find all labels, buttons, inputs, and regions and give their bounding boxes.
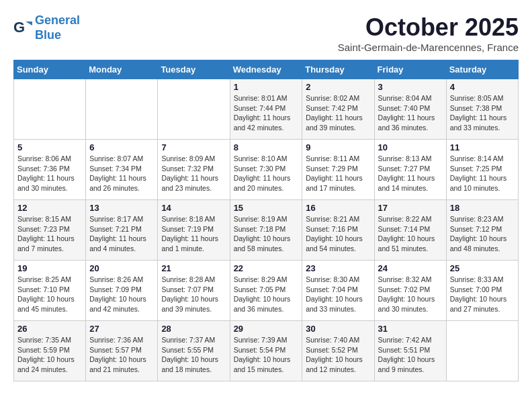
day-info: Sunrise: 8:23 AMSunset: 7:12 PMDaylight:… <box>450 214 515 254</box>
day-info: Sunrise: 7:42 AMSunset: 5:51 PMDaylight:… <box>378 335 443 375</box>
day-number: 30 <box>306 324 370 334</box>
day-info: Sunrise: 7:40 AMSunset: 5:52 PMDaylight:… <box>306 335 370 375</box>
day-number: 17 <box>378 203 443 213</box>
calendar-cell: 18Sunrise: 8:23 AMSunset: 7:12 PMDayligh… <box>446 200 518 261</box>
week-row-5: 26Sunrise: 7:35 AMSunset: 5:59 PMDayligh… <box>14 321 519 381</box>
weekday-header-row: SundayMondayTuesdayWednesdayThursdayFrid… <box>14 60 519 79</box>
day-info: Sunrise: 8:04 AMSunset: 7:40 PMDaylight:… <box>378 93 443 133</box>
logo: G General Blue <box>13 13 80 42</box>
day-info: Sunrise: 7:36 AMSunset: 5:57 PMDaylight:… <box>89 335 154 375</box>
day-number: 2 <box>306 82 370 92</box>
calendar-cell: 9Sunrise: 8:11 AMSunset: 7:29 PMDaylight… <box>302 140 374 200</box>
calendar-cell: 24Sunrise: 8:32 AMSunset: 7:02 PMDayligh… <box>374 261 446 321</box>
day-number: 20 <box>89 263 154 273</box>
day-number: 9 <box>306 142 370 152</box>
day-number: 15 <box>234 203 299 213</box>
calendar-cell: 11Sunrise: 8:14 AMSunset: 7:25 PMDayligh… <box>446 140 518 200</box>
day-number: 11 <box>450 142 515 152</box>
calendar-cell: 5Sunrise: 8:06 AMSunset: 7:36 PMDaylight… <box>14 140 86 200</box>
day-info: Sunrise: 8:33 AMSunset: 7:00 PMDaylight:… <box>450 275 515 314</box>
day-info: Sunrise: 8:22 AMSunset: 7:14 PMDaylight:… <box>378 214 443 254</box>
day-info: Sunrise: 8:18 AMSunset: 7:19 PMDaylight:… <box>161 214 226 254</box>
day-number: 21 <box>161 263 226 273</box>
weekday-header-tuesday: Tuesday <box>158 60 230 79</box>
calendar-cell: 12Sunrise: 8:15 AMSunset: 7:23 PMDayligh… <box>14 200 86 261</box>
calendar-cell: 26Sunrise: 7:35 AMSunset: 5:59 PMDayligh… <box>14 321 86 381</box>
calendar-cell <box>446 321 518 381</box>
day-info: Sunrise: 8:32 AMSunset: 7:02 PMDaylight:… <box>378 275 443 314</box>
day-number: 16 <box>306 203 370 213</box>
day-info: Sunrise: 8:09 AMSunset: 7:32 PMDaylight:… <box>161 154 226 193</box>
calendar-table: SundayMondayTuesdayWednesdayThursdayFrid… <box>13 60 519 381</box>
day-info: Sunrise: 8:30 AMSunset: 7:04 PMDaylight:… <box>306 275 370 314</box>
day-number: 10 <box>378 142 443 152</box>
week-row-2: 5Sunrise: 8:06 AMSunset: 7:36 PMDaylight… <box>14 140 519 200</box>
day-number: 24 <box>378 263 443 273</box>
weekday-header-thursday: Thursday <box>302 60 374 79</box>
day-number: 14 <box>161 203 226 213</box>
day-info: Sunrise: 8:17 AMSunset: 7:21 PMDaylight:… <box>89 214 154 254</box>
logo-line2: Blue <box>35 28 61 42</box>
location: Saint-Germain-de-Marencennes, France <box>338 42 519 53</box>
day-info: Sunrise: 8:11 AMSunset: 7:29 PMDaylight:… <box>306 154 370 193</box>
day-info: Sunrise: 7:39 AMSunset: 5:54 PMDaylight:… <box>234 335 299 375</box>
day-info: Sunrise: 7:35 AMSunset: 5:59 PMDaylight:… <box>17 335 82 375</box>
day-number: 19 <box>17 263 82 273</box>
page-header: G General Blue October 2025 Saint-Germai… <box>13 13 519 53</box>
day-number: 22 <box>234 263 299 273</box>
day-info: Sunrise: 8:15 AMSunset: 7:23 PMDaylight:… <box>17 214 82 254</box>
weekday-header-friday: Friday <box>374 60 446 79</box>
calendar-cell: 13Sunrise: 8:17 AMSunset: 7:21 PMDayligh… <box>86 200 158 261</box>
weekday-header-sunday: Sunday <box>14 60 86 79</box>
day-number: 27 <box>89 324 154 334</box>
day-info: Sunrise: 8:29 AMSunset: 7:05 PMDaylight:… <box>234 275 299 314</box>
day-info: Sunrise: 8:10 AMSunset: 7:30 PMDaylight:… <box>234 154 299 193</box>
calendar-cell: 21Sunrise: 8:28 AMSunset: 7:07 PMDayligh… <box>158 261 230 321</box>
day-info: Sunrise: 8:01 AMSunset: 7:44 PMDaylight:… <box>234 93 299 133</box>
calendar-cell: 8Sunrise: 8:10 AMSunset: 7:30 PMDaylight… <box>230 140 302 200</box>
calendar-cell: 20Sunrise: 8:26 AMSunset: 7:09 PMDayligh… <box>86 261 158 321</box>
day-number: 28 <box>161 324 226 334</box>
calendar-cell: 1Sunrise: 8:01 AMSunset: 7:44 PMDaylight… <box>230 79 302 140</box>
day-info: Sunrise: 7:37 AMSunset: 5:55 PMDaylight:… <box>161 335 226 375</box>
day-info: Sunrise: 8:26 AMSunset: 7:09 PMDaylight:… <box>89 275 154 314</box>
weekday-header-saturday: Saturday <box>446 60 518 79</box>
calendar-cell: 3Sunrise: 8:04 AMSunset: 7:40 PMDaylight… <box>374 79 446 140</box>
day-number: 3 <box>378 82 443 92</box>
day-number: 25 <box>450 263 515 273</box>
calendar-cell: 17Sunrise: 8:22 AMSunset: 7:14 PMDayligh… <box>374 200 446 261</box>
day-number: 5 <box>17 142 82 152</box>
calendar-cell: 10Sunrise: 8:13 AMSunset: 7:27 PMDayligh… <box>374 140 446 200</box>
svg-text:G: G <box>13 19 25 36</box>
weekday-header-monday: Monday <box>86 60 158 79</box>
day-info: Sunrise: 8:05 AMSunset: 7:38 PMDaylight:… <box>450 93 515 133</box>
day-number: 6 <box>89 142 154 152</box>
calendar-cell: 22Sunrise: 8:29 AMSunset: 7:05 PMDayligh… <box>230 261 302 321</box>
calendar-cell: 27Sunrise: 7:36 AMSunset: 5:57 PMDayligh… <box>86 321 158 381</box>
day-number: 1 <box>234 82 299 92</box>
week-row-4: 19Sunrise: 8:25 AMSunset: 7:10 PMDayligh… <box>14 261 519 321</box>
day-info: Sunrise: 8:25 AMSunset: 7:10 PMDaylight:… <box>17 275 82 314</box>
day-info: Sunrise: 8:06 AMSunset: 7:36 PMDaylight:… <box>17 154 82 193</box>
day-number: 7 <box>161 142 226 152</box>
calendar-cell: 2Sunrise: 8:02 AMSunset: 7:42 PMDaylight… <box>302 79 374 140</box>
calendar-cell: 16Sunrise: 8:21 AMSunset: 7:16 PMDayligh… <box>302 200 374 261</box>
calendar-cell: 15Sunrise: 8:19 AMSunset: 7:18 PMDayligh… <box>230 200 302 261</box>
day-number: 29 <box>234 324 299 334</box>
day-info: Sunrise: 8:13 AMSunset: 7:27 PMDaylight:… <box>378 154 443 193</box>
day-info: Sunrise: 8:14 AMSunset: 7:25 PMDaylight:… <box>450 154 515 193</box>
calendar-cell: 4Sunrise: 8:05 AMSunset: 7:38 PMDaylight… <box>446 79 518 140</box>
day-number: 12 <box>17 203 82 213</box>
calendar-cell: 30Sunrise: 7:40 AMSunset: 5:52 PMDayligh… <box>302 321 374 381</box>
day-number: 18 <box>450 203 515 213</box>
calendar-cell: 29Sunrise: 7:39 AMSunset: 5:54 PMDayligh… <box>230 321 302 381</box>
day-info: Sunrise: 8:07 AMSunset: 7:34 PMDaylight:… <box>89 154 154 193</box>
day-number: 13 <box>89 203 154 213</box>
month-title: October 2025 <box>338 13 519 42</box>
calendar-cell: 19Sunrise: 8:25 AMSunset: 7:10 PMDayligh… <box>14 261 86 321</box>
day-number: 31 <box>378 324 443 334</box>
calendar-cell: 31Sunrise: 7:42 AMSunset: 5:51 PMDayligh… <box>374 321 446 381</box>
calendar-cell: 7Sunrise: 8:09 AMSunset: 7:32 PMDaylight… <box>158 140 230 200</box>
calendar-cell: 6Sunrise: 8:07 AMSunset: 7:34 PMDaylight… <box>86 140 158 200</box>
day-number: 26 <box>17 324 82 334</box>
